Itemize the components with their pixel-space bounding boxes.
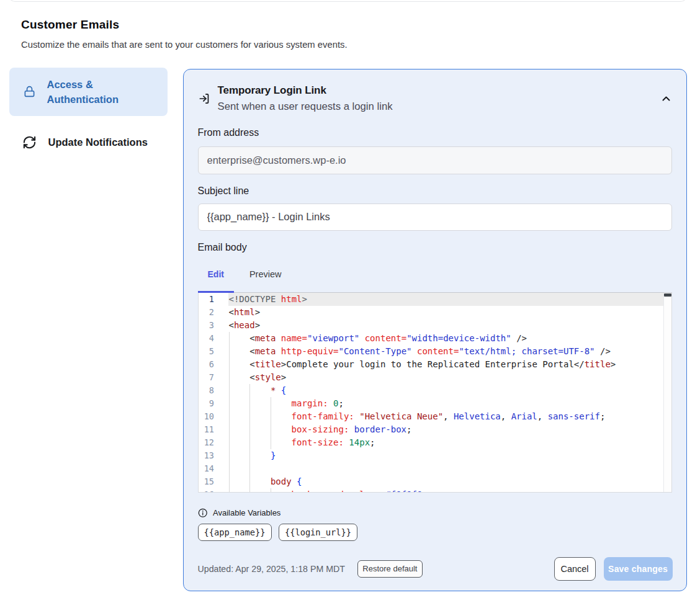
lock-icon [24,84,35,99]
code-text: box-sizing: border-box; [228,423,663,436]
chevron-up-icon [662,96,670,101]
code-line: 6<title>Complete your login to the Repli… [199,358,663,371]
code-text: } [228,449,663,462]
code-line: 11box-sizing: border-box; [199,423,663,436]
available-variables-header: Available Variables [198,508,281,518]
tab-preview[interactable]: Preview [240,267,291,291]
code-line: 4<meta name="viewport" content="width=de… [199,332,663,345]
code-lines: 1<!DOCTYPE html>2<html>3<head>4<meta nam… [199,293,663,492]
sidebar-item-label: Access & Authentication [47,77,150,107]
line-number: 14 [199,462,228,475]
code-line: 5<meta http-equiv="Content-Type" content… [199,345,663,358]
line-number: 10 [199,410,228,423]
page-subtitle: Customize the emails that are sent to yo… [21,40,348,50]
line-number: 3 [199,319,228,332]
line-number: 9 [199,397,228,410]
editor-scrollbar-thumb[interactable] [664,293,671,297]
updated-timestamp: Updated: Apr 29, 2025, 1:18 PM MDT [198,564,345,574]
code-line: 12font-size: 14px; [199,436,663,449]
code-line: 10font-family: "Helvetica Neue", Helveti… [199,410,663,423]
code-text: margin: 0; [228,397,663,410]
code-line: 3<head> [199,319,663,332]
line-number: 15 [199,475,228,488]
variable-chip-login-url[interactable]: {{login_url}} [279,524,357,541]
subject-line-label: Subject line [198,186,249,197]
log-in-icon [199,92,210,105]
refresh-icon [22,135,37,150]
panel-title: Temporary Login Link [218,84,326,97]
line-number: 5 [199,345,228,358]
line-number: 4 [199,332,228,345]
line-number: 8 [199,384,228,397]
from-address-label: From address [198,127,259,138]
info-icon [198,508,208,518]
line-number: 13 [199,449,228,462]
panel-subtitle: Sent when a user requests a login link [218,101,393,113]
temporary-login-link-panel: Temporary Login Link Sent when a user re… [183,69,687,591]
code-text: font-family: "Helvetica Neue", Helvetica… [228,410,663,423]
panel-footer: Updated: Apr 29, 2025, 1:18 PM MDT Resto… [198,557,673,581]
code-line: 2<html> [199,306,663,319]
save-changes-button[interactable]: Save changes [604,557,673,581]
code-line: 7<style> [199,371,663,384]
line-number: 7 [199,371,228,384]
variable-chips: {{app_name}} {{login_url}} [198,524,358,541]
line-number: 11 [199,423,228,436]
code-line: 16background-color: #f8f8f8; [199,488,663,492]
code-text: <head> [228,319,663,332]
line-number: 12 [199,436,228,449]
sidebar-item-update-notifications[interactable]: Update Notifications [9,125,168,159]
editor-scrollbar[interactable] [663,293,671,492]
available-variables-label: Available Variables [213,508,280,517]
restore-default-button[interactable]: Restore default [357,560,423,578]
code-text [228,462,663,475]
code-line: 14 [199,462,663,475]
code-text: <!DOCTYPE html> [228,293,663,306]
line-number: 6 [199,358,228,371]
code-text: <meta name="viewport" content="width=dev… [228,332,663,345]
code-line: 15body { [199,475,663,488]
sidebar-item-label: Update Notifications [48,135,148,150]
code-text: * { [228,384,663,397]
sidebar: Access & Authentication Update Notificat… [9,68,168,159]
email-body-label: Email body [198,242,247,253]
page-title: Customer Emails [21,18,119,32]
code-text: <meta http-equiv="Content-Type" content=… [228,345,663,358]
from-address-input[interactable] [198,146,672,174]
code-line: 1<!DOCTYPE html> [199,293,663,306]
code-line: 9margin: 0; [199,397,663,410]
cancel-button[interactable]: Cancel [554,557,596,581]
email-body-tabs: Edit Preview [198,267,291,291]
code-text: background-color: #f8f8f8; [228,488,663,492]
code-text: <html> [228,306,663,319]
previous-card-bottom-edge [9,0,687,2]
code-text: font-size: 14px; [228,436,663,449]
line-number: 1 [199,293,228,306]
line-number: 16 [199,488,228,492]
collapse-button[interactable] [657,90,675,107]
code-line: 13} [199,449,663,462]
email-body-code-editor[interactable]: 1<!DOCTYPE html>2<html>3<head>4<meta nam… [198,292,672,493]
tab-edit[interactable]: Edit [198,267,234,291]
sidebar-item-access-authentication[interactable]: Access & Authentication [9,68,168,116]
variable-chip-app-name[interactable]: {{app_name}} [198,524,272,541]
line-number: 2 [199,306,228,319]
code-text: <title>Complete your login to the Replic… [228,358,663,371]
code-text: body { [228,475,663,488]
subject-line-input[interactable] [198,203,672,231]
code-text: <style> [228,371,663,384]
code-line: 8* { [199,384,663,397]
